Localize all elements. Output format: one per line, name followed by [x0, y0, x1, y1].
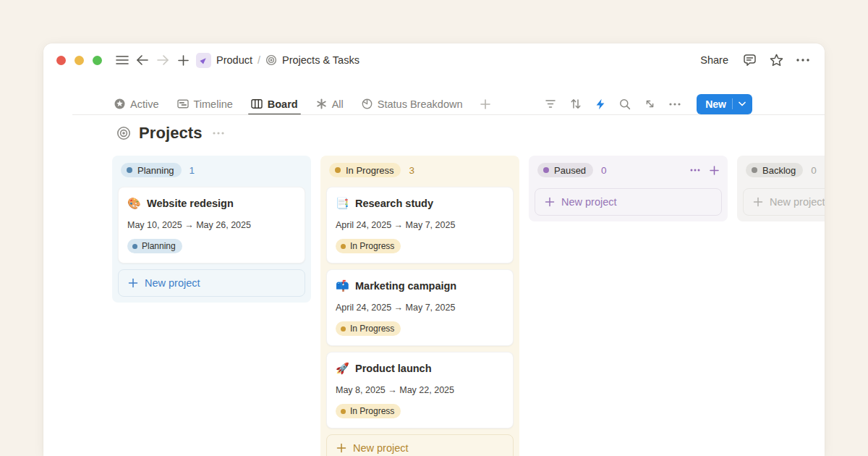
- status-dot: [335, 167, 341, 173]
- new-button-label: New: [705, 98, 726, 110]
- favorite-star-icon[interactable]: [766, 50, 786, 70]
- column-name: Backlog: [762, 165, 796, 176]
- status-dot: [132, 244, 137, 249]
- status-dot: [543, 167, 549, 173]
- column-header: Planning 1: [118, 161, 305, 182]
- kanban-board: Planning 1 🎨 Website redesign May 10, 20…: [112, 156, 825, 456]
- comments-icon[interactable]: [739, 50, 760, 70]
- card-status-label: In Progress: [350, 406, 394, 416]
- tab-all-label: All: [332, 98, 344, 110]
- column-status-pill[interactable]: Planning: [121, 163, 182, 177]
- forward-button[interactable]: [153, 50, 173, 70]
- column-count: 3: [409, 165, 414, 176]
- page-title-more-icon[interactable]: [213, 132, 224, 135]
- column-status-pill[interactable]: In Progress: [329, 163, 401, 177]
- titlebar: Product / Projects & Tasks Share: [43, 43, 825, 77]
- project-card-product-launch[interactable]: 🚀 Product launch May 8, 2025 → May 22, 2…: [326, 352, 514, 428]
- breadcrumb-workspace[interactable]: Product: [216, 54, 252, 66]
- new-project-label: New project: [770, 196, 825, 208]
- automations-bolt-icon[interactable]: [595, 98, 605, 110]
- tab-board[interactable]: Board: [251, 93, 298, 115]
- tab-status-breakdown[interactable]: Status Breakdown: [362, 93, 463, 115]
- card-emoji: 📫: [336, 279, 349, 293]
- expand-icon[interactable]: [644, 98, 655, 109]
- filter-icon[interactable]: [545, 99, 556, 109]
- sort-icon[interactable]: [570, 98, 582, 109]
- column-add-icon[interactable]: [710, 166, 719, 175]
- card-status-label: Planning: [142, 241, 176, 251]
- new-button-chevron-icon[interactable]: [739, 101, 746, 106]
- breadcrumb-page[interactable]: Projects & Tasks: [282, 54, 359, 66]
- card-title: Website redesign: [147, 197, 234, 211]
- column-header: Paused 0: [535, 161, 722, 182]
- card-title: Marketing campaign: [355, 279, 456, 293]
- share-button[interactable]: Share: [696, 54, 733, 66]
- tab-active[interactable]: Active: [114, 93, 159, 115]
- tabbar-divider: [72, 114, 825, 115]
- column-status-pill[interactable]: Paused: [537, 163, 593, 177]
- zoom-window-button[interactable]: [93, 56, 102, 65]
- new-project-label: New project: [561, 196, 617, 208]
- page-target-icon: [265, 54, 277, 66]
- toolbar-more-icon[interactable]: [669, 103, 681, 106]
- close-window-button[interactable]: [56, 56, 66, 65]
- column-planning: Planning 1 🎨 Website redesign May 10, 20…: [112, 156, 311, 303]
- new-button[interactable]: New: [697, 94, 752, 114]
- card-status-pill: Planning: [127, 239, 182, 253]
- card-date-range: April 24, 2025 → May 7, 2025: [336, 303, 504, 313]
- project-card-research-study[interactable]: 📑 Research study April 24, 2025 → May 7,…: [326, 187, 514, 263]
- column-in-progress: In Progress 3 📑 Research study April 24,…: [320, 156, 519, 456]
- column-count: 1: [190, 165, 195, 176]
- status-dot: [341, 244, 346, 249]
- column-status-pill[interactable]: Backlog: [746, 163, 803, 177]
- card-status-pill: In Progress: [336, 239, 401, 253]
- new-project-label: New project: [145, 277, 200, 289]
- card-status-label: In Progress: [350, 241, 394, 251]
- column-name: Paused: [554, 165, 586, 176]
- card-emoji: 🎨: [127, 197, 140, 211]
- back-button[interactable]: [132, 50, 153, 70]
- breadcrumb-separator: /: [258, 54, 260, 66]
- workspace-icon[interactable]: [196, 53, 211, 68]
- page-heading: Projects: [116, 124, 224, 143]
- sidebar-toggle-icon[interactable]: [112, 50, 132, 70]
- new-project-button[interactable]: New project: [535, 188, 722, 216]
- page-title: Projects: [139, 124, 203, 143]
- card-title: Research study: [355, 197, 433, 211]
- column-count: 0: [601, 165, 607, 176]
- views-row: Active Timeline Board All Status Breakdo…: [43, 93, 825, 115]
- new-project-button[interactable]: New project: [326, 434, 514, 456]
- project-card-marketing-campaign[interactable]: 📫 Marketing campaign April 24, 2025 → Ma…: [326, 269, 514, 346]
- column-paused: Paused 0 New project: [529, 156, 728, 221]
- new-project-button[interactable]: New project: [118, 269, 305, 297]
- tab-active-label: Active: [130, 98, 159, 110]
- column-more-icon[interactable]: [690, 169, 700, 172]
- breadcrumb: Product / Projects & Tasks: [196, 53, 359, 68]
- tab-status-breakdown-label: Status Breakdown: [378, 98, 463, 110]
- traffic-lights: [56, 56, 102, 65]
- card-emoji: 📑: [336, 197, 349, 211]
- card-status-pill: In Progress: [336, 321, 401, 336]
- minimize-window-button[interactable]: [75, 56, 84, 65]
- card-title: Product launch: [355, 362, 432, 376]
- page-title-target-icon: [116, 126, 131, 140]
- column-header: In Progress 3: [326, 161, 514, 182]
- column-name: Planning: [137, 165, 174, 176]
- card-status-pill: In Progress: [336, 404, 401, 418]
- tab-all[interactable]: All: [316, 93, 344, 115]
- column-name: In Progress: [346, 165, 393, 176]
- tab-timeline-label: Timeline: [194, 98, 233, 110]
- new-project-button[interactable]: New project: [743, 188, 825, 216]
- app-window: Product / Projects & Tasks Share Act: [43, 43, 825, 456]
- status-dot: [752, 167, 757, 173]
- more-options-icon[interactable]: [793, 50, 813, 70]
- status-dot: [341, 409, 346, 414]
- view-toolbar: New: [545, 93, 752, 115]
- project-card-website-redesign[interactable]: 🎨 Website redesign May 10, 2025 → May 26…: [118, 187, 305, 263]
- new-tab-button[interactable]: [173, 50, 193, 70]
- tab-timeline[interactable]: Timeline: [177, 93, 233, 115]
- tab-board-label: Board: [268, 98, 298, 110]
- search-icon[interactable]: [619, 98, 631, 110]
- add-view-button[interactable]: [480, 93, 490, 115]
- column-count: 0: [811, 165, 817, 176]
